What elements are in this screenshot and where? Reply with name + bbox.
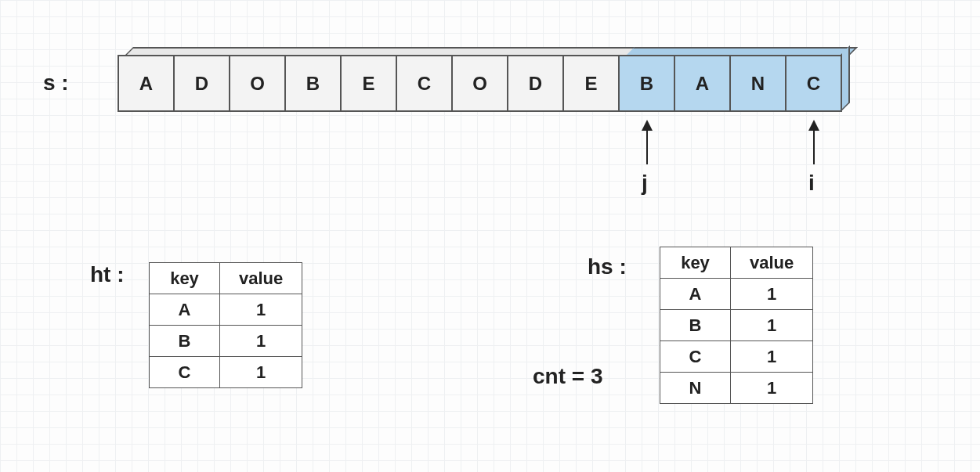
cell-value: 1 xyxy=(731,373,813,404)
cell-key: A xyxy=(150,294,220,326)
array-cell: D xyxy=(507,55,564,112)
cell-key: C xyxy=(150,357,220,388)
pointer-i-arrow xyxy=(813,121,815,164)
array-cell: C xyxy=(785,55,842,112)
header-value: value xyxy=(220,263,302,294)
array-cell: O xyxy=(451,55,508,112)
pointer-j-label: j xyxy=(642,171,648,196)
cell-value: 1 xyxy=(731,341,813,373)
cell-key: A xyxy=(660,279,731,310)
array-cell: A xyxy=(674,55,731,112)
table-row: B1 xyxy=(660,310,813,341)
s-label: s : xyxy=(43,70,69,95)
cell-key: C xyxy=(660,341,731,373)
cell-key: N xyxy=(660,373,731,404)
cell-value: 1 xyxy=(220,357,302,388)
array-cell: E xyxy=(340,55,397,112)
array-cell: N xyxy=(729,55,787,112)
table-row: A1 xyxy=(660,279,813,310)
string-array: ADOBECODEBANC xyxy=(118,55,842,112)
array-3d-right xyxy=(841,45,850,112)
cell-value: 1 xyxy=(220,294,302,326)
cell-value: 1 xyxy=(731,310,813,341)
cell-key: B xyxy=(150,326,220,357)
header-key: key xyxy=(150,263,220,294)
cell-key: B xyxy=(660,310,731,341)
cell-value: 1 xyxy=(731,279,813,310)
table-header-row: key value xyxy=(150,263,302,294)
table-row: N1 xyxy=(660,373,813,404)
hs-table: key value A1B1C1N1 xyxy=(660,247,813,404)
table-row: C1 xyxy=(150,357,302,388)
table-header-row: key value xyxy=(660,247,813,279)
header-value: value xyxy=(731,247,813,279)
cell-value: 1 xyxy=(220,326,302,357)
array-cell: A xyxy=(118,55,175,112)
array-cell: D xyxy=(173,55,230,112)
table-row: C1 xyxy=(660,341,813,373)
array-cell: E xyxy=(562,55,620,112)
array-cell: O xyxy=(229,55,286,112)
header-key: key xyxy=(660,247,731,279)
array-cell: B xyxy=(284,55,342,112)
table-row: A1 xyxy=(150,294,302,326)
array-cell: B xyxy=(618,55,675,112)
cnt-label: cnt = 3 xyxy=(533,364,602,389)
pointer-j-arrow xyxy=(646,121,648,164)
hs-label: hs : xyxy=(588,254,627,279)
array-cell: C xyxy=(396,55,453,112)
pointer-i-label: i xyxy=(808,171,815,196)
ht-label: ht : xyxy=(90,262,125,287)
ht-table: key value A1B1C1 xyxy=(149,262,302,388)
table-row: B1 xyxy=(150,326,302,357)
